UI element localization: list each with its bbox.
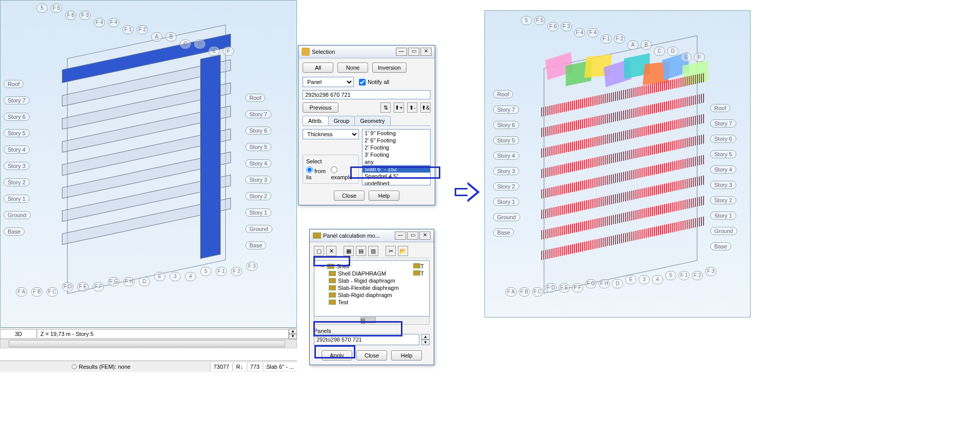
grid-bubble: F C	[47, 287, 58, 297]
thickness-item[interactable]: 1' 9" Footing	[363, 130, 430, 137]
sel-tool-and-icon[interactable]: ⬆&	[420, 102, 431, 113]
pc-cut-icon[interactable]: ✂	[386, 246, 396, 256]
grid-bubble: C	[654, 47, 665, 56]
all-button[interactable]: All	[303, 62, 333, 73]
left-3d-viewport[interactable]: RoofStory 7Story 6Story 5Story 4Story 3S…	[0, 0, 297, 328]
level-label: Story 7	[4, 96, 30, 104]
pc-minimize-button[interactable]: —	[395, 231, 406, 240]
tab-geometry[interactable]: Geometry	[354, 116, 390, 125]
pc-new-icon[interactable]: ▢	[314, 246, 324, 256]
pc-help-button[interactable]: Help	[391, 350, 422, 361]
level-label: Story 3	[4, 162, 30, 170]
grid-bubble: B	[165, 32, 177, 41]
thickness-item[interactable]: Spandrel 4.5"	[363, 173, 430, 180]
z-spin-up[interactable]: ▲	[289, 329, 297, 334]
status-n2: 773	[247, 363, 263, 371]
building-left	[52, 31, 241, 287]
pc-apply-button[interactable]: Apply	[322, 350, 352, 361]
notify-all-checkbox[interactable]: Notify all	[359, 79, 389, 86]
thickness-item[interactable]: 3' Footing	[363, 151, 430, 158]
level-label: Story 7	[245, 110, 271, 118]
grid-bubble: 5	[521, 16, 532, 25]
level-label: Base	[245, 241, 266, 249]
panel-calc-titlebar[interactable]: Panel calculation mo... — ▭ ✕	[310, 229, 434, 242]
level-label: Story 4	[245, 159, 271, 167]
select-label: Select	[306, 158, 355, 164]
pc-folder-icon[interactable]: 📂	[398, 246, 408, 256]
from-list-radio[interactable]: from lis	[306, 166, 328, 180]
sel-tool-remove-icon[interactable]: ⬆-	[407, 102, 417, 113]
grid-bubble: F E	[77, 282, 89, 291]
z-info-cell[interactable]: Z = 19,73 m - Story 5	[37, 329, 289, 339]
tree-node[interactable]: Slab-Rigid diaphragm	[316, 291, 427, 299]
grid-bubble: F 3	[246, 262, 258, 271]
grid-bubble: F 6	[65, 11, 76, 20]
pc-tool-c-icon[interactable]: ▥	[368, 246, 378, 256]
sel-tool-add-icon[interactable]: ⬆+	[394, 102, 404, 113]
grid-bubble: F 2	[231, 267, 242, 276]
grid-bubble: F D	[545, 283, 557, 292]
selection-close-button[interactable]: Close	[334, 191, 365, 201]
thickness-item[interactable]: undefined	[363, 180, 430, 185]
tab-attrib[interactable]: Attrib.	[303, 116, 329, 125]
selection-help-button[interactable]: Help	[369, 191, 399, 201]
panels-spin-down[interactable]: ▼	[421, 340, 430, 345]
pc-tool-b-icon[interactable]: ▤	[356, 246, 366, 256]
none-button[interactable]: None	[337, 62, 368, 73]
workflow-arrow-icon	[455, 182, 480, 202]
grid-bubble: 3	[638, 275, 650, 284]
level-label: Story 7	[710, 119, 736, 128]
inversion-button[interactable]: Inversion	[372, 62, 407, 73]
sel-tool-1-icon[interactable]: ⇅	[380, 102, 391, 113]
panels-spin-up[interactable]: ▲	[421, 334, 430, 340]
pc-tool-a-icon[interactable]: ▦	[344, 246, 354, 256]
grid-bubble: F	[694, 53, 705, 62]
example-radio[interactable]: example	[331, 166, 355, 180]
pc-delete-icon[interactable]: ✕	[326, 246, 336, 256]
grid-bubble: 4	[185, 272, 196, 281]
z-spin-down[interactable]: ▼	[289, 334, 297, 339]
panels-input[interactable]	[314, 334, 419, 345]
level-label: Story 5	[245, 143, 271, 151]
tree-node[interactable]: Slab-Flexible diaphragm	[316, 284, 427, 291]
thickness-item[interactable]: 2' Footing	[363, 144, 430, 151]
view-mode-cell[interactable]: 3D	[0, 329, 37, 339]
pc-close-button2[interactable]: Close	[356, 350, 387, 361]
viewport-hscroll[interactable]	[0, 339, 297, 348]
selection-titlebar[interactable]: Selection — ▭ ✕	[299, 46, 435, 58]
tree-node[interactable]: Slab - Rigid diaphragm	[316, 277, 427, 284]
tree-hscroll[interactable]: |||	[314, 317, 430, 325]
close-button[interactable]: ✕	[420, 48, 432, 56]
grid-bubble: 3	[169, 272, 181, 281]
building-right	[531, 41, 710, 287]
status-ru[interactable]: R↓	[232, 363, 247, 371]
right-3d-viewport[interactable]: RoofRoofStory 7Story 7Story 6Story 6Stor…	[484, 10, 751, 318]
tree-node[interactable]: Shell DIAPHRAGMT	[316, 270, 427, 277]
tab-group[interactable]: Group	[328, 116, 355, 125]
thickness-listbox[interactable]: 1' 9" Footing2' 6" Footing2' Footing3' F…	[362, 129, 431, 185]
thickness-item[interactable]: 2' 6" Footing	[363, 137, 430, 144]
level-label: Roof	[493, 90, 513, 98]
maximize-button[interactable]: ▭	[408, 48, 419, 56]
thickness-item[interactable]: any	[363, 158, 430, 165]
minimize-button[interactable]: —	[396, 48, 407, 56]
panel-model-tree[interactable]: →ShellTShell DIAPHRAGMTSlab - Rigid diap…	[314, 260, 430, 317]
grid-bubble: F 5	[51, 4, 62, 13]
tree-node[interactable]: Test	[316, 299, 427, 306]
tree-node[interactable]: →ShellT	[316, 263, 427, 270]
grid-bubble: B	[641, 40, 652, 50]
level-label: Story 3	[493, 167, 519, 175]
grid-bubble: F 3	[561, 22, 572, 31]
selection-text-input[interactable]	[303, 90, 431, 99]
previous-button[interactable]: Previous	[303, 102, 338, 113]
pc-close-button[interactable]: ✕	[419, 231, 431, 240]
object-type-select[interactable]: Panel	[303, 77, 354, 87]
filter-attribute-select[interactable]: Thickness	[303, 129, 359, 139]
view-info-bar: 3D Z = 19,73 m - Story 5 ▲ ▼	[0, 328, 297, 339]
grid-bubble: F 6	[547, 22, 559, 31]
grid-bubble: F	[223, 47, 234, 56]
pc-maximize-button[interactable]: ▭	[407, 231, 418, 240]
thickness-item[interactable]: Slab 6" - 152	[363, 165, 430, 173]
level-label: Story 2	[245, 192, 271, 200]
grid-bubble: C	[180, 39, 191, 49]
